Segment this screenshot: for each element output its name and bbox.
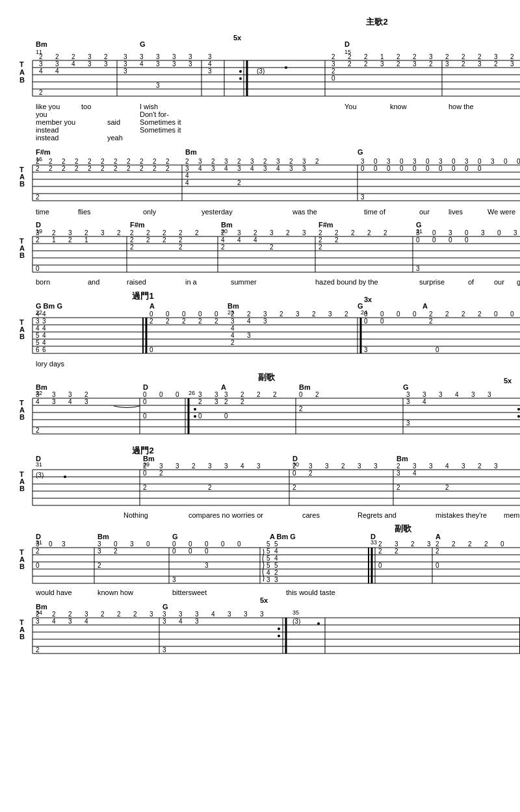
svg-text:6: 6 bbox=[36, 346, 40, 353]
svg-text:3: 3 bbox=[406, 420, 410, 427]
svg-text:2: 2 bbox=[445, 484, 449, 491]
svg-text:2: 2 bbox=[39, 89, 43, 96]
svg-text:2: 2 bbox=[104, 53, 108, 60]
svg-text:in a: in a bbox=[185, 278, 198, 286]
svg-text:4: 4 bbox=[422, 398, 426, 405]
svg-text:2: 2 bbox=[240, 398, 244, 405]
svg-text:2: 2 bbox=[312, 311, 316, 318]
svg-text:5x: 5x bbox=[260, 596, 268, 604]
repeat-5x-1: 5x bbox=[233, 34, 242, 42]
svg-text:2: 2 bbox=[130, 229, 134, 236]
svg-text:0: 0 bbox=[237, 540, 241, 548]
svg-text:2: 2 bbox=[270, 244, 274, 251]
svg-text:3: 3 bbox=[36, 618, 40, 625]
svg-text:2: 2 bbox=[348, 53, 352, 60]
section-bridge2: 過門2 bbox=[132, 446, 153, 455]
svg-text:(3): (3) bbox=[292, 618, 300, 625]
tab-n: 2 bbox=[39, 53, 43, 60]
svg-text:2: 2 bbox=[263, 158, 267, 165]
svg-text:3: 3 bbox=[52, 398, 56, 405]
svg-text:you: you bbox=[36, 110, 47, 118]
svg-text:0: 0 bbox=[436, 346, 439, 353]
svg-text:4: 4 bbox=[247, 318, 251, 325]
svg-text:3: 3 bbox=[98, 540, 101, 548]
svg-text:0: 0 bbox=[400, 165, 404, 172]
svg-text:2: 2 bbox=[224, 398, 228, 405]
svg-text:A  Bm  G: A Bm G bbox=[270, 533, 296, 540]
svg-text:2: 2 bbox=[221, 229, 225, 236]
svg-text:3: 3 bbox=[231, 318, 235, 325]
svg-text:0: 0 bbox=[361, 165, 365, 172]
svg-text:3: 3 bbox=[224, 391, 228, 398]
svg-text:3: 3 bbox=[465, 158, 469, 165]
svg-text:raised: raised bbox=[127, 278, 146, 286]
svg-text:0: 0 bbox=[426, 158, 430, 165]
svg-text:2: 2 bbox=[146, 229, 150, 236]
svg-text:3: 3 bbox=[208, 463, 212, 470]
svg-text:D: D bbox=[143, 383, 148, 391]
svg-text:0: 0 bbox=[378, 562, 382, 569]
svg-text:3: 3 bbox=[195, 611, 199, 618]
svg-text:2: 2 bbox=[396, 484, 400, 491]
svg-text:B: B bbox=[20, 485, 25, 492]
svg-text:2: 2 bbox=[62, 158, 66, 165]
svg-text:was the: was the bbox=[292, 208, 317, 216]
svg-text:2: 2 bbox=[68, 236, 72, 244]
svg-text:2: 2 bbox=[280, 311, 283, 318]
svg-point-433 bbox=[64, 476, 66, 478]
section-chorus-2: 副歌 bbox=[395, 524, 412, 533]
svg-text:0: 0 bbox=[198, 412, 202, 420]
svg-text:2: 2 bbox=[332, 53, 335, 60]
svg-text:3: 3 bbox=[263, 311, 267, 318]
svg-text:2: 2 bbox=[143, 463, 147, 470]
svg-text:4: 4 bbox=[240, 463, 244, 470]
svg-text:2: 2 bbox=[143, 484, 147, 491]
svg-text:2: 2 bbox=[257, 391, 261, 398]
svg-text:3: 3 bbox=[130, 540, 134, 548]
svg-text:too: too bbox=[81, 103, 91, 110]
svg-text:2: 2 bbox=[101, 165, 105, 172]
svg-text:g-: g- bbox=[517, 278, 520, 286]
svg-text:Nothing: Nothing bbox=[124, 511, 148, 519]
svg-text:2: 2 bbox=[315, 158, 319, 165]
svg-text:known how: known how bbox=[98, 589, 133, 596]
svg-text:3: 3 bbox=[185, 165, 189, 172]
svg-text:3: 3 bbox=[140, 53, 144, 60]
svg-text:0: 0 bbox=[221, 540, 225, 548]
svg-text:2: 2 bbox=[36, 158, 40, 165]
svg-text:3: 3 bbox=[208, 53, 212, 60]
svg-text:0: 0 bbox=[49, 540, 53, 548]
lyric-like: like you bbox=[36, 103, 60, 110]
svg-text:4: 4 bbox=[42, 339, 46, 346]
svg-text:3: 3 bbox=[68, 229, 72, 236]
svg-text:2: 2 bbox=[429, 60, 433, 68]
svg-text:3: 3 bbox=[274, 576, 278, 583]
svg-text:0: 0 bbox=[497, 229, 501, 236]
svg-text:4: 4 bbox=[221, 236, 225, 244]
svg-text:2: 2 bbox=[179, 236, 183, 244]
svg-text:0: 0 bbox=[172, 540, 176, 548]
svg-text:3: 3 bbox=[198, 158, 202, 165]
svg-text:3: 3 bbox=[266, 576, 270, 583]
svg-text:2: 2 bbox=[494, 60, 498, 68]
svg-text:3: 3 bbox=[488, 391, 491, 398]
svg-text:2: 2 bbox=[341, 463, 345, 470]
svg-text:3: 3 bbox=[289, 165, 293, 172]
svg-text:4: 4 bbox=[55, 68, 59, 75]
svg-text:said: said bbox=[107, 118, 120, 126]
svg-text:0: 0 bbox=[188, 540, 192, 548]
svg-text:2: 2 bbox=[462, 53, 465, 60]
svg-text:2: 2 bbox=[88, 165, 92, 172]
svg-text:3: 3 bbox=[101, 229, 105, 236]
svg-text:2: 2 bbox=[396, 53, 400, 60]
svg-text:2: 2 bbox=[254, 229, 257, 236]
svg-text:3: 3 bbox=[124, 68, 127, 75]
svg-text:time: time bbox=[36, 208, 49, 216]
svg-text:0: 0 bbox=[374, 158, 378, 165]
svg-text:2: 2 bbox=[36, 165, 40, 172]
svg-text:2: 2 bbox=[114, 165, 118, 172]
svg-text:0: 0 bbox=[448, 236, 452, 244]
svg-text:4: 4 bbox=[185, 172, 189, 179]
svg-text:0: 0 bbox=[426, 165, 430, 172]
svg-text:G: G bbox=[172, 533, 178, 540]
